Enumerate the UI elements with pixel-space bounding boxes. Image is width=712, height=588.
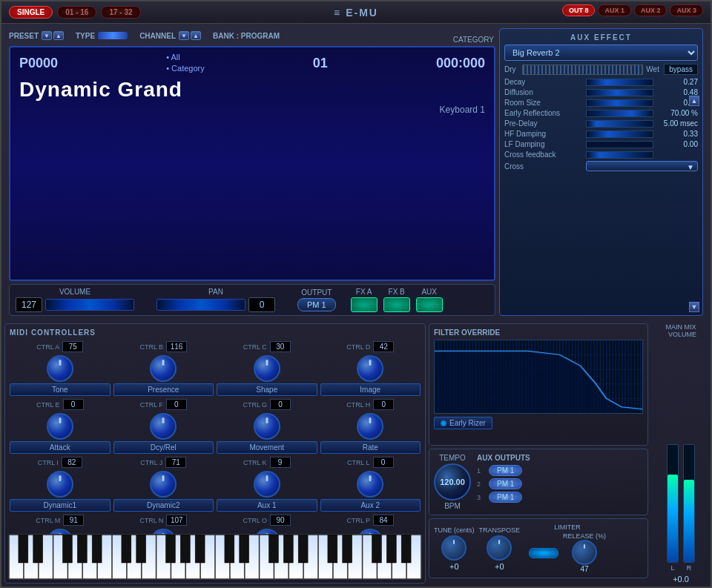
- param-slider-crossfb[interactable]: [586, 151, 653, 159]
- param-row-early: Early Reflections 70.00 %: [504, 109, 698, 117]
- db-value: +0.0: [654, 575, 708, 584]
- ctrl-val-1: 116: [166, 341, 187, 352]
- ctrl-id-3: CTRL D: [346, 343, 370, 351]
- ctrl-knob-2[interactable]: [254, 355, 280, 382]
- mode-single-button[interactable]: SINGLE: [9, 6, 53, 19]
- param-name-crossfb: Cross feedback: [504, 151, 586, 159]
- aux-out-btn-1[interactable]: PM 1: [489, 465, 522, 476]
- ctrl-name-btn-11[interactable]: Aux 2: [320, 499, 421, 512]
- ctrl-name-btn-7[interactable]: Rate: [320, 441, 421, 454]
- param-name-lfdamp: LF Damping: [504, 140, 586, 148]
- ctrl-knob-4[interactable]: [47, 413, 73, 440]
- tune-title: TUNE (cents): [434, 526, 475, 534]
- ctrl-knob-1[interactable]: [150, 355, 177, 382]
- ctrl-name-btn-4[interactable]: Attack: [10, 441, 111, 454]
- aux-effect-select[interactable]: Big Reverb 2: [504, 44, 698, 61]
- ctrl-knob-0[interactable]: [47, 355, 73, 382]
- dry-wet-slider[interactable]: [522, 65, 643, 75]
- aux-out-btn-2[interactable]: PM 1: [489, 478, 522, 489]
- ctrl-knob-10[interactable]: [254, 471, 280, 498]
- piano-keyboard[interactable]: [8, 534, 422, 580]
- preset-channel: 01: [313, 56, 328, 71]
- ctrl-knob-11[interactable]: [357, 471, 383, 498]
- param-slider-early[interactable]: [586, 110, 653, 117]
- pan-slider[interactable]: [156, 299, 245, 311]
- output-button[interactable]: PM 1: [297, 298, 336, 311]
- mode-01-16-button[interactable]: 01 - 16: [57, 6, 96, 19]
- param-slider-diffusion[interactable]: [586, 89, 653, 96]
- ctrl-cell-ctrli: CTRL I 82 Dynamic1: [10, 457, 111, 512]
- tempo-knob[interactable]: 120.00: [434, 463, 471, 501]
- preset-down-button[interactable]: ▼: [42, 31, 52, 40]
- ctrl-name-btn-8[interactable]: Dynamic1: [10, 499, 111, 512]
- ctrl-knob-8[interactable]: [47, 471, 73, 498]
- ctrl-id-4: CTRL E: [36, 401, 60, 409]
- aux1-button[interactable]: AUX 1: [598, 4, 631, 16]
- ctrl-knob-5[interactable]: [150, 413, 177, 440]
- ctrl-name-btn-9[interactable]: Dynamic2: [113, 499, 214, 512]
- param-row-hfdamp: HF Damping 0.33: [504, 130, 698, 138]
- preset-display: CATEGORY P0000 • All • Category 01 000:0…: [9, 46, 495, 281]
- ctrl-name-btn-3[interactable]: Image: [320, 383, 421, 396]
- param-slider-decay[interactable]: [586, 79, 653, 86]
- aux-outputs-section: AUX OUTPUTS 1 PM 1 2 PM 1 3 PM 1: [477, 454, 643, 510]
- aux-out-btn-3[interactable]: PM 1: [489, 492, 522, 503]
- param-slider-lfdamp[interactable]: [586, 141, 653, 148]
- keyboard-label: Keyboard 1: [440, 105, 485, 115]
- svg-rect-29: [33, 535, 43, 563]
- ctrl-val-11: 0: [373, 457, 394, 468]
- channel-down-button[interactable]: ▼: [179, 31, 189, 40]
- svg-rect-41: [283, 535, 293, 563]
- filter-name-button[interactable]: Early Rizer: [434, 417, 492, 429]
- volume-slider[interactable]: [45, 299, 134, 311]
- param-name-diffusion: Diffusion: [504, 88, 586, 96]
- aux-button[interactable]: [416, 297, 443, 312]
- aux3-button[interactable]: AUX 3: [670, 4, 703, 16]
- out8-button[interactable]: OUT 8: [562, 4, 596, 16]
- midi-controllers-panel: MIDI CONTROLLERS CTRL A 75 Tone CTRL B 1…: [4, 323, 426, 584]
- transpose-knob[interactable]: [487, 535, 512, 561]
- bypass-button[interactable]: bypass: [664, 64, 698, 75]
- ctrl-name-btn-6[interactable]: Movement: [217, 441, 317, 454]
- ctrl-knob-6[interactable]: [254, 413, 280, 440]
- channel-up-button[interactable]: ▲: [191, 31, 201, 40]
- fxa-button[interactable]: [351, 297, 378, 312]
- svg-rect-35: [165, 535, 175, 563]
- release-knob[interactable]: [572, 540, 597, 565]
- type-indicator[interactable]: [98, 32, 128, 39]
- tune-transpose-limiter-panel: TUNE (cents) +0 TRANSPOSE +0 LIMITER: [429, 518, 648, 578]
- left-fader-track[interactable]: [667, 444, 679, 563]
- ctrl-name-btn-2[interactable]: Shape: [217, 383, 317, 396]
- ctrl-cell-ctrlb: CTRL B 116 Presence: [113, 341, 214, 396]
- fxb-button[interactable]: [383, 297, 410, 312]
- ctrl-knob-9[interactable]: [150, 471, 177, 498]
- right-fader-track[interactable]: [683, 444, 695, 563]
- param-slider-hfdamp[interactable]: [586, 131, 653, 138]
- tempo-title: TEMPO: [439, 454, 466, 462]
- ctrl-name-btn-0[interactable]: Tone: [10, 383, 111, 396]
- param-slider-roomsize[interactable]: [586, 99, 653, 107]
- aux-scroll-up[interactable]: ▲: [689, 96, 699, 106]
- svg-rect-36: [180, 535, 190, 563]
- ctrl-knob-3[interactable]: [357, 355, 383, 382]
- aux-scroll-down[interactable]: ▼: [689, 302, 699, 312]
- aux-out-row-2: 2 PM 1: [477, 478, 643, 489]
- ctrl-name-btn-10[interactable]: Aux 1: [217, 499, 317, 512]
- transpose-section: TRANSPOSE +0: [479, 526, 521, 571]
- ctrl-name-btn-5[interactable]: Dcy/Rel: [113, 441, 214, 454]
- tune-knob[interactable]: [441, 535, 467, 561]
- bpm-label: BPM: [444, 502, 461, 510]
- cross-selector[interactable]: ▼: [586, 161, 698, 171]
- ctrl-knob-7[interactable]: [357, 413, 383, 440]
- dry-label: Dry: [504, 65, 519, 73]
- mode-17-32-button[interactable]: 17 - 32: [101, 6, 140, 19]
- preset-up-button[interactable]: ▲: [53, 31, 64, 40]
- aux2-button[interactable]: AUX 2: [634, 4, 668, 16]
- display-line2: Dynamic Grand: [19, 78, 485, 102]
- param-name-decay: Decay: [504, 78, 586, 86]
- param-slider-predelay[interactable]: [586, 120, 653, 128]
- volume-value: 127: [16, 297, 42, 312]
- ctrl-name-btn-1[interactable]: Presence: [113, 383, 214, 396]
- limiter-toggle[interactable]: [529, 548, 558, 558]
- ctrl-cell-ctrlh: CTRL H 0 Rate: [320, 399, 421, 454]
